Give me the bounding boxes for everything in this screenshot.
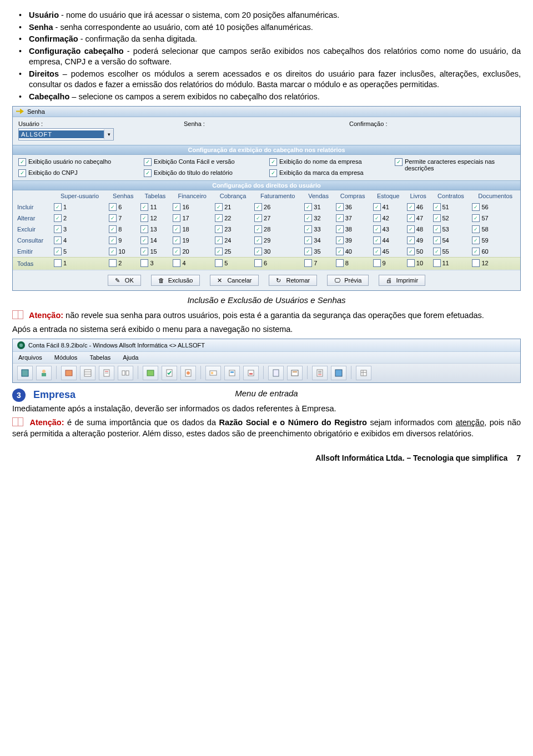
checkbox-icon[interactable] [472, 203, 480, 211]
toolbar-btn-6[interactable] [118, 366, 133, 380]
checkbox-icon[interactable] [54, 236, 62, 244]
checkbox-icon[interactable] [336, 214, 344, 222]
checkbox-icon[interactable] [109, 248, 117, 255]
checkbox-icon[interactable] [140, 259, 148, 267]
checkbox-icon[interactable] [173, 214, 180, 222]
menu-arquivos[interactable]: Arquivos [18, 354, 42, 361]
chk-exib-cnpj[interactable]: Exibição do CNPJ [18, 169, 138, 177]
checkbox-icon[interactable] [407, 203, 415, 211]
checkbox-icon[interactable] [433, 214, 441, 222]
checkbox-icon[interactable] [215, 259, 223, 267]
checkbox-icon[interactable] [173, 259, 180, 267]
senha-input[interactable] [185, 128, 347, 139]
checkbox-icon[interactable] [215, 214, 223, 222]
checkbox-icon[interactable] [407, 259, 415, 267]
checkbox-icon[interactable] [140, 214, 148, 222]
chk-exib-marca-empresa[interactable]: Exibição da marca da empresa [269, 169, 389, 177]
checkbox-icon[interactable] [472, 214, 480, 222]
toolbar-btn-16[interactable] [331, 366, 346, 380]
checkbox-icon[interactable] [215, 248, 223, 255]
chk-exib-nome-empresa[interactable]: Exibição do nome da empresa [269, 158, 389, 166]
toolbar-btn-14[interactable] [287, 366, 303, 380]
toolbar-btn-7[interactable] [143, 366, 158, 380]
imprimir-button[interactable]: 🖨Imprimir [379, 275, 425, 286]
checkbox-icon[interactable] [215, 236, 223, 244]
checkbox-icon[interactable] [304, 225, 312, 233]
confirmacao-input[interactable] [353, 128, 515, 139]
checkbox-icon[interactable] [173, 203, 180, 211]
menu-ajuda[interactable]: Ajuda [123, 354, 138, 361]
checkbox-icon[interactable] [54, 248, 62, 255]
menu-tabelas[interactable]: Tabelas [89, 354, 110, 361]
checkbox-icon[interactable] [433, 259, 441, 267]
checkbox-icon[interactable] [373, 259, 381, 267]
checkbox-icon[interactable] [109, 203, 117, 211]
checkbox-icon[interactable] [254, 225, 262, 233]
chk-exib-titulo[interactable]: Exibição do título do relatório [144, 169, 264, 177]
checkbox-icon[interactable] [140, 225, 148, 233]
checkbox-icon[interactable] [336, 248, 344, 255]
checkbox-icon[interactable] [373, 225, 381, 233]
checkbox-icon[interactable] [472, 225, 480, 233]
toolbar-btn-9[interactable] [180, 366, 196, 380]
toolbar-btn-15[interactable] [312, 366, 328, 380]
exclusao-button[interactable]: 🗑Exclusão [151, 275, 200, 286]
checkbox-icon[interactable] [304, 248, 312, 255]
checkbox-icon[interactable] [472, 248, 480, 255]
checkbox-icon[interactable] [407, 214, 415, 222]
checkbox-icon[interactable] [433, 203, 441, 211]
checkbox-icon[interactable] [373, 214, 381, 222]
chk-exib-versao[interactable]: Exibição Conta Fácil e versão [144, 158, 264, 166]
usuario-combo[interactable]: ALLSOFT ▾ [18, 128, 114, 140]
retornar-button[interactable]: ↻Retornar [269, 275, 317, 286]
menu-modulos[interactable]: Módulos [54, 354, 78, 361]
checkbox-icon[interactable] [433, 236, 441, 244]
checkbox-icon[interactable] [304, 203, 312, 211]
checkbox-icon[interactable] [254, 248, 262, 255]
checkbox-icon[interactable] [140, 203, 148, 211]
checkbox-icon[interactable] [304, 259, 312, 267]
checkbox-icon[interactable] [373, 248, 381, 255]
toolbar-btn-5[interactable] [99, 366, 114, 380]
checkbox-icon[interactable] [140, 248, 148, 255]
checkbox-icon[interactable] [54, 225, 62, 233]
checkbox-icon[interactable] [407, 248, 415, 255]
previa-button[interactable]: 🖵Prévia [327, 275, 369, 286]
checkbox-icon[interactable] [54, 203, 62, 211]
checkbox-icon[interactable] [472, 236, 480, 244]
checkbox-icon[interactable] [373, 203, 381, 211]
checkbox-icon[interactable] [254, 203, 262, 211]
checkbox-icon[interactable] [254, 236, 262, 244]
toolbar-btn-10[interactable] [205, 366, 221, 380]
checkbox-icon[interactable] [173, 236, 180, 244]
checkbox-icon[interactable] [254, 214, 262, 222]
toolbar-btn-2[interactable] [36, 366, 52, 380]
toolbar-btn-17[interactable] [356, 366, 371, 380]
checkbox-icon[interactable] [336, 203, 344, 211]
checkbox-icon[interactable] [304, 214, 312, 222]
checkbox-icon[interactable] [109, 259, 117, 267]
checkbox-icon[interactable] [336, 259, 344, 267]
checkbox-icon[interactable] [109, 236, 117, 244]
toolbar-btn-1[interactable] [17, 366, 33, 380]
toolbar-btn-12[interactable] [243, 366, 259, 380]
checkbox-icon[interactable] [173, 248, 180, 255]
toolbar-btn-8[interactable] [162, 366, 177, 380]
toolbar-btn-11[interactable] [224, 366, 240, 380]
checkbox-icon[interactable] [215, 203, 223, 211]
checkbox-icon[interactable] [54, 259, 62, 267]
checkbox-icon[interactable] [173, 225, 180, 233]
checkbox-icon[interactable] [373, 236, 381, 244]
checkbox-icon[interactable] [433, 248, 441, 255]
chevron-down-icon[interactable]: ▾ [104, 129, 113, 139]
chk-caracteres-especiais[interactable]: Permite caracteres especiais nas descriç… [395, 158, 515, 172]
checkbox-icon[interactable] [304, 236, 312, 244]
checkbox-icon[interactable] [109, 214, 117, 222]
cancelar-button[interactable]: ✕Cancelar [210, 275, 259, 286]
chk-exib-usuario[interactable]: Exibição usuário no cabeçalho [18, 158, 138, 166]
ok-button[interactable]: ✎OK [108, 275, 141, 286]
checkbox-icon[interactable] [336, 225, 344, 233]
checkbox-icon[interactable] [109, 225, 117, 233]
toolbar-btn-4[interactable] [80, 366, 95, 380]
checkbox-icon[interactable] [54, 214, 62, 222]
